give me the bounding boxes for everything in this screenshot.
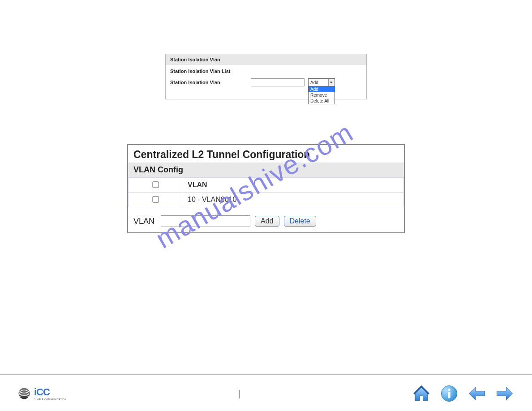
station-isolation-vlan-label: Station Isolation Vlan <box>170 80 251 85</box>
vlan-footer-input[interactable] <box>161 215 250 227</box>
panel2-subheader: VLAN Config <box>128 163 404 177</box>
prev-arrow-icon[interactable] <box>468 384 486 403</box>
panel2-title: Centralized L2 Tunnel Configuration <box>128 145 404 163</box>
svg-rect-3 <box>448 392 450 398</box>
logo-icon <box>18 387 30 400</box>
chevron-down-icon: ▼ <box>328 79 334 86</box>
dropdown-option-remove[interactable]: Remove <box>309 92 335 98</box>
add-button[interactable]: Add <box>255 216 279 227</box>
dropdown-option-delete-all[interactable]: Delete All <box>309 98 335 104</box>
dropdown-selected-label: Add <box>310 80 318 85</box>
l2-tunnel-panel: Centralized L2 Tunnel Configuration VLAN… <box>127 144 405 233</box>
divider <box>0 374 532 375</box>
logo: iCC SIMPLE COMMUNICATION <box>18 386 67 401</box>
vlan-footer-label: VLAN <box>133 217 154 226</box>
panel1-subtitle: Station Isolation Vlan List <box>170 68 362 74</box>
dropdown-list: Add Remove Delete All <box>308 86 335 104</box>
vlan-action-dropdown[interactable]: Add ▼ <box>308 78 335 86</box>
logo-subtitle: SIMPLE COMMUNICATION <box>34 398 67 401</box>
info-icon[interactable] <box>440 384 459 403</box>
logo-letters: iCC <box>34 386 67 398</box>
home-icon[interactable] <box>412 384 431 403</box>
vlan-select-all-checkbox[interactable] <box>152 181 159 188</box>
dropdown-option-add[interactable]: Add <box>309 86 335 92</box>
panel1-title: Station Isolation Vlan <box>166 54 366 65</box>
vlan-table: VLAN 10 - VLAN0010 <box>128 177 404 207</box>
svg-point-2 <box>448 389 450 391</box>
table-row: 10 - VLAN0010 <box>129 193 404 207</box>
station-isolation-panel: Station Isolation Vlan Station Isolation… <box>165 54 367 99</box>
vlan-row-value: 10 - VLAN0010 <box>182 193 404 207</box>
station-isolation-vlan-input[interactable] <box>251 78 305 86</box>
delete-button[interactable]: Delete <box>284 216 316 227</box>
page-separator: | <box>238 389 240 399</box>
vlan-column-header: VLAN <box>182 178 404 193</box>
vlan-row-checkbox[interactable] <box>152 196 159 202</box>
next-arrow-icon[interactable] <box>495 384 514 403</box>
